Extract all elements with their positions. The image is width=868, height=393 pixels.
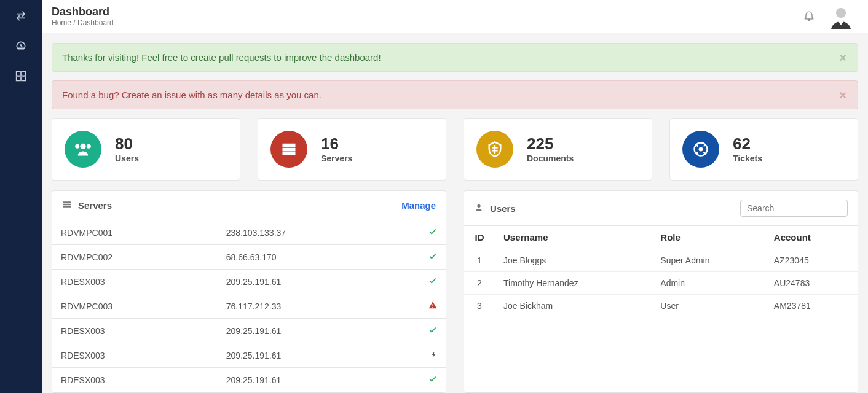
warning-icon — [428, 302, 437, 311]
servers-panel: Servers Manage RDVMPC001238.103.133.37RD… — [52, 190, 446, 393]
breadcrumb-home[interactable]: Home — [52, 18, 71, 27]
table-row[interactable]: RDESX003209.25.191.61 — [52, 270, 446, 294]
sidebar — [0, 0, 42, 393]
documents-icon — [476, 131, 513, 168]
col-id[interactable]: ID — [464, 226, 495, 249]
svg-point-0 — [836, 8, 846, 18]
users-search-input[interactable] — [740, 200, 848, 217]
notification-bell-icon[interactable] — [803, 9, 815, 23]
servers-icon — [270, 131, 307, 168]
table-row[interactable]: RDESX003209.25.191.61 — [52, 368, 446, 392]
check-icon — [428, 228, 437, 238]
servers-panel-title: Servers — [78, 200, 112, 211]
close-icon[interactable]: × — [835, 50, 850, 65]
user-avatar[interactable] — [829, 4, 853, 29]
main: Thanks for visiting! Feel free to create… — [42, 0, 868, 393]
stat-tickets[interactable]: 62 Tickets — [669, 118, 858, 181]
swap-icon[interactable] — [15, 10, 27, 24]
breadcrumb: Home / Dashboard — [52, 18, 114, 27]
table-row[interactable]: RDESX003209.25.191.61 — [52, 319, 446, 343]
col-account[interactable]: Account — [765, 226, 858, 249]
users-panel: Users ID Username Role Account 1Joe Blog… — [464, 190, 858, 393]
table-row[interactable]: 3Joe BickhamUserAM23781 — [464, 295, 858, 317]
grid-icon[interactable] — [15, 70, 27, 84]
table-row[interactable]: RDVMPC00268.66.63.170 — [52, 245, 446, 270]
svg-point-2 — [699, 147, 703, 152]
table-row[interactable]: 1Joe BloggsSuper AdminAZ23045 — [464, 249, 858, 272]
users-panel-title: Users — [490, 203, 516, 214]
breadcrumb-current: Dashboard — [77, 18, 114, 27]
server-list-icon — [62, 200, 72, 211]
users-icon — [65, 131, 101, 168]
page-title: Dashboard — [52, 6, 114, 19]
users-list-icon — [474, 203, 484, 214]
alert-success: Thanks for visiting! Feel free to create… — [52, 43, 858, 72]
table-row[interactable]: RDVMPC001238.103.133.37 — [52, 220, 446, 245]
alert-danger: Found a bug? Create an issue with as man… — [52, 80, 858, 109]
stat-users[interactable]: 80 Users — [52, 118, 240, 181]
col-username[interactable]: Username — [495, 226, 652, 249]
col-role[interactable]: Role — [652, 226, 765, 249]
tickets-icon — [682, 131, 719, 168]
check-icon — [428, 326, 437, 336]
check-icon — [428, 375, 437, 385]
stat-servers[interactable]: 16 Servers — [258, 118, 446, 181]
check-icon — [428, 277, 437, 287]
stats-row: 80 Users 16 Servers 225 Documents — [52, 118, 858, 181]
table-row[interactable]: RDESX003209.25.191.61 — [52, 343, 446, 368]
topbar: Dashboard Home / Dashboard — [42, 0, 868, 33]
bolt-icon — [431, 351, 437, 360]
servers-scroll[interactable]: RDVMPC001238.103.133.37RDVMPC00268.66.63… — [52, 220, 446, 392]
stat-documents[interactable]: 225 Documents — [464, 118, 652, 181]
close-icon[interactable]: × — [835, 87, 850, 103]
manage-link[interactable]: Manage — [401, 200, 436, 211]
table-row[interactable]: 2Timothy HernandezAdminAU24783 — [464, 272, 858, 295]
check-icon — [428, 252, 437, 262]
dashboard-icon[interactable] — [15, 40, 27, 54]
table-row[interactable]: RDVMPC00376.117.212.33 — [52, 294, 446, 319]
